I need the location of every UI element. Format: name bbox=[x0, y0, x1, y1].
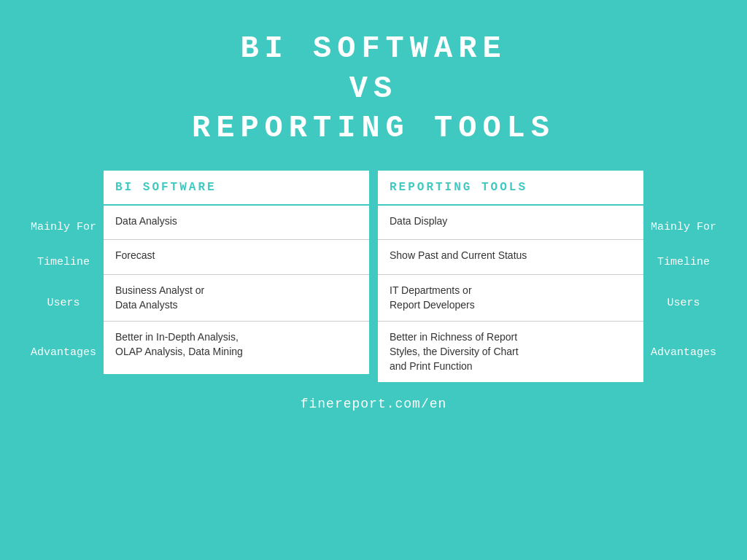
left-label-users: Users bbox=[23, 280, 104, 327]
rt-advantages-value: Better in Richness of ReportStyles, the … bbox=[378, 322, 643, 382]
bi-advantages-row: Better in In-Depth Analysis,OLAP Analysi… bbox=[104, 322, 369, 374]
right-side-labels: Mainly For Timeline Users Advantages bbox=[643, 171, 724, 379]
right-label-mainly-for: Mainly For bbox=[643, 210, 724, 245]
rt-timeline-row: Show Past and Current Status bbox=[378, 240, 643, 275]
reporting-tools-header: REPORTING TOOLS bbox=[378, 171, 643, 205]
rt-timeline-value: Show Past and Current Status bbox=[378, 240, 643, 275]
bi-software-header: BI SOFTWARE bbox=[104, 171, 369, 205]
bi-advantages-value: Better in In-Depth Analysis,OLAP Analysi… bbox=[104, 322, 369, 374]
right-label-advantages: Advantages bbox=[643, 327, 724, 379]
right-label-timeline: Timeline bbox=[643, 245, 724, 280]
rt-advantages-row: Better in Richness of ReportStyles, the … bbox=[378, 322, 643, 382]
bi-mainly-for-row: Data Analysis bbox=[104, 205, 369, 240]
footer-url: finereport.com/en bbox=[301, 397, 447, 411]
bi-users-row: Business Analyst orData Analysts bbox=[104, 275, 369, 322]
bi-timeline-row: Forecast bbox=[104, 240, 369, 275]
comparison-container: Mainly For Timeline Users Advantages BI … bbox=[23, 171, 724, 382]
bi-mainly-for-value: Data Analysis bbox=[104, 205, 369, 240]
rt-users-row: IT Departments orReport Developers bbox=[378, 275, 643, 322]
rt-mainly-for-value: Data Display bbox=[378, 205, 643, 240]
rt-users-value: IT Departments orReport Developers bbox=[378, 275, 643, 322]
left-label-mainly-for: Mainly For bbox=[23, 210, 104, 245]
left-label-timeline: Timeline bbox=[23, 245, 104, 280]
rt-mainly-for-row: Data Display bbox=[378, 205, 643, 240]
title-line2: VS bbox=[192, 69, 555, 109]
left-side-labels: Mainly For Timeline Users Advantages bbox=[23, 171, 104, 379]
bi-users-value: Business Analyst orData Analysts bbox=[104, 275, 369, 322]
bi-timeline-value: Forecast bbox=[104, 240, 369, 275]
title-line3: REPORTING TOOLS bbox=[192, 109, 555, 149]
right-label-users: Users bbox=[643, 280, 724, 327]
title-section: BI SOFTWARE VS REPORTING TOOLS bbox=[177, 0, 570, 171]
reporting-tools-table: REPORTING TOOLS Data Display Show Past a… bbox=[378, 171, 643, 382]
title-line1: BI SOFTWARE bbox=[192, 29, 555, 69]
bi-software-table: BI SOFTWARE Data Analysis Forecast Busin… bbox=[104, 171, 369, 374]
left-label-advantages: Advantages bbox=[23, 327, 104, 379]
